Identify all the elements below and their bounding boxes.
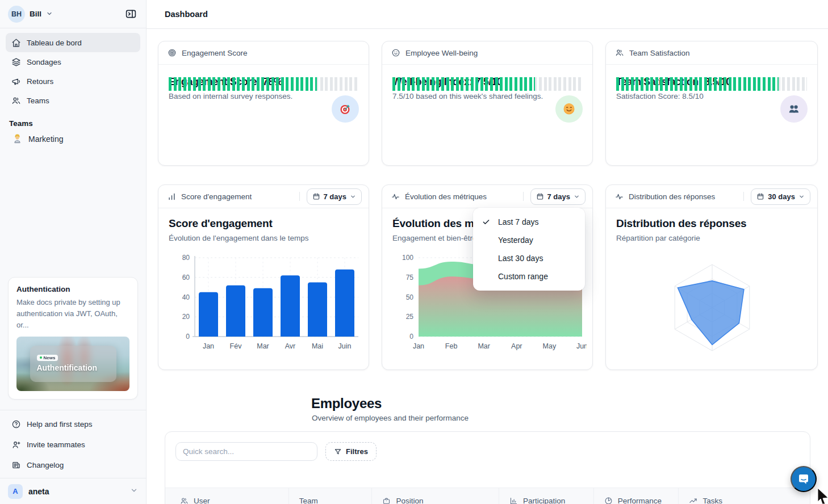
- svg-text:60: 60: [182, 274, 190, 282]
- menu-item-yesterday[interactable]: Yesterday: [473, 231, 585, 249]
- sidebar-item-teams[interactable]: Teams: [6, 91, 140, 110]
- svg-text:75: 75: [406, 274, 414, 282]
- engagement-bar-chart: 020406080JanFévMarAvrMaiJuin: [163, 252, 363, 361]
- sidebar: BH Bill Tableau de bord: [0, 0, 147, 504]
- employees-title: Employees: [311, 396, 382, 411]
- target-icon: [168, 48, 177, 57]
- chart-title: Score d'engagement: [169, 217, 358, 230]
- kpi-subtitle: Satisfaction Score: 8.5/10: [616, 92, 807, 100]
- svg-text:Fév: Fév: [230, 342, 242, 350]
- briefcase-icon: [382, 497, 391, 504]
- workspace-name[interactable]: Bill: [30, 10, 41, 18]
- sidebar-item-invite[interactable]: Invite teammates: [6, 434, 140, 455]
- news-badge: News: [37, 355, 58, 361]
- megaphone-icon: [11, 77, 21, 86]
- activity-icon: [615, 192, 624, 201]
- chart-card-header: Évolution des métriques: [405, 192, 487, 201]
- green-dot-icon: [40, 356, 42, 359]
- account-name: aneta: [28, 487, 49, 496]
- menu-item-label: Last 7 days: [498, 217, 539, 226]
- promo-card-title: Authentication: [16, 285, 129, 293]
- column-header-position[interactable]: Position: [371, 488, 499, 504]
- column-chart-icon: [509, 497, 518, 504]
- column-label: Team: [299, 497, 318, 504]
- chart-subtitle: Répartition par catégorie: [616, 234, 807, 242]
- divider: [299, 192, 300, 201]
- funnel-icon: [334, 448, 342, 456]
- range-label: 7 days: [547, 192, 570, 201]
- svg-text:Juin: Juin: [338, 342, 352, 350]
- column-header-user[interactable]: User: [165, 488, 288, 504]
- employees-table-header: User Team Position Participation: [165, 488, 810, 504]
- column-header-team[interactable]: Team: [288, 488, 372, 504]
- chevron-down-icon: [798, 194, 805, 200]
- kpi-gauge: [169, 77, 358, 91]
- promo-card[interactable]: Authentication Make docs private by sett…: [8, 277, 138, 400]
- divider: [743, 192, 744, 201]
- range-selector-button[interactable]: 7 days: [530, 188, 586, 205]
- chevron-down-icon[interactable]: [46, 9, 53, 19]
- column-header-performance[interactable]: Performance: [593, 488, 679, 504]
- svg-text:0: 0: [409, 333, 413, 341]
- calendar-icon: [312, 192, 320, 200]
- menu-item-last-7-days[interactable]: Last 7 days: [473, 213, 585, 231]
- menu-item-custom-range[interactable]: Custom range: [473, 267, 585, 285]
- menu-item-label: Last 30 days: [498, 254, 543, 263]
- home-icon: [11, 38, 21, 48]
- employees-subtitle: Overview of employees and their performa…: [312, 414, 469, 422]
- filters-button[interactable]: Filtres: [325, 442, 377, 461]
- range-selector-button[interactable]: 30 days: [751, 188, 810, 205]
- workspace-avatar[interactable]: BH: [8, 6, 25, 23]
- sidebar-item-help[interactable]: Help and first steps: [6, 414, 140, 434]
- svg-text:0: 0: [186, 333, 190, 341]
- search-input[interactable]: [175, 442, 317, 461]
- kpi-card-wellbeing: Employee Well-being Well-being Index: 7.…: [382, 41, 593, 166]
- column-header-participation[interactable]: Participation: [499, 488, 593, 504]
- collapse-sidebar-button[interactable]: [122, 6, 139, 23]
- smiling-face-emoji-icon: [555, 95, 583, 123]
- smiley-icon: [391, 48, 400, 57]
- account-avatar: A: [8, 484, 23, 499]
- sidebar-item-tableau-de-bord[interactable]: Tableau de bord: [6, 33, 140, 52]
- kpi-gauge: [616, 77, 807, 91]
- promo-card-image-label: Authentification: [37, 363, 110, 372]
- sidebar-nav: Tableau de bord Sondages Retours Teams: [0, 28, 146, 110]
- svg-text:Jan: Jan: [203, 342, 214, 350]
- kpi-card-satisfaction: Team Satisfaction Team Satisfaction: 8.5…: [605, 41, 818, 166]
- sidebar-item-label: Help and first steps: [27, 420, 93, 429]
- sidebar-item-marketing[interactable]: Marketing: [6, 130, 140, 148]
- bar-chart-icon: [168, 192, 176, 201]
- users-icon: [615, 48, 624, 57]
- svg-text:Jan: Jan: [413, 342, 424, 350]
- sidebar-item-changelog[interactable]: Changelog: [6, 455, 140, 475]
- svg-text:80: 80: [182, 254, 190, 262]
- svg-text:Jun: Jun: [576, 342, 587, 350]
- column-label: Performance: [618, 497, 662, 504]
- promo-card-overlay: News Authentification: [30, 346, 116, 382]
- calendar-icon: [536, 192, 544, 200]
- users-icon: [180, 497, 189, 504]
- account-switcher[interactable]: A aneta: [0, 478, 146, 504]
- sidebar-item-sondages[interactable]: Sondages: [6, 52, 140, 72]
- user-plus-icon: [11, 440, 21, 450]
- svg-text:25: 25: [406, 313, 414, 321]
- chevron-down-icon: [130, 486, 138, 497]
- chat-bubble-icon: [797, 472, 810, 486]
- sidebar-item-retours[interactable]: Retours: [6, 72, 140, 91]
- range-selector-button[interactable]: 7 days: [307, 188, 362, 205]
- chat-launcher-button[interactable]: [791, 466, 817, 492]
- sidebar-item-label: Invite teammates: [27, 440, 85, 449]
- menu-item-last-30-days[interactable]: Last 30 days: [473, 249, 585, 267]
- chart-subtitle: Évolution de l'engagement dans le temps: [169, 234, 358, 242]
- filters-label: Filtres: [346, 447, 368, 456]
- range-label: 7 days: [324, 192, 346, 201]
- pie-chart-icon: [604, 497, 613, 504]
- main-content: Dashboard Engagement Score Engagement Sc…: [147, 0, 828, 504]
- kpi-card-engagement: Engagement Score Engagement Score: 78% B…: [158, 41, 369, 166]
- column-header-tasks[interactable]: Tasks: [678, 488, 810, 504]
- sidebar-item-label: Retours: [27, 77, 53, 86]
- divider: [523, 192, 524, 201]
- svg-text:20: 20: [182, 313, 190, 321]
- calendar-icon: [756, 192, 764, 200]
- column-label: Tasks: [702, 497, 722, 504]
